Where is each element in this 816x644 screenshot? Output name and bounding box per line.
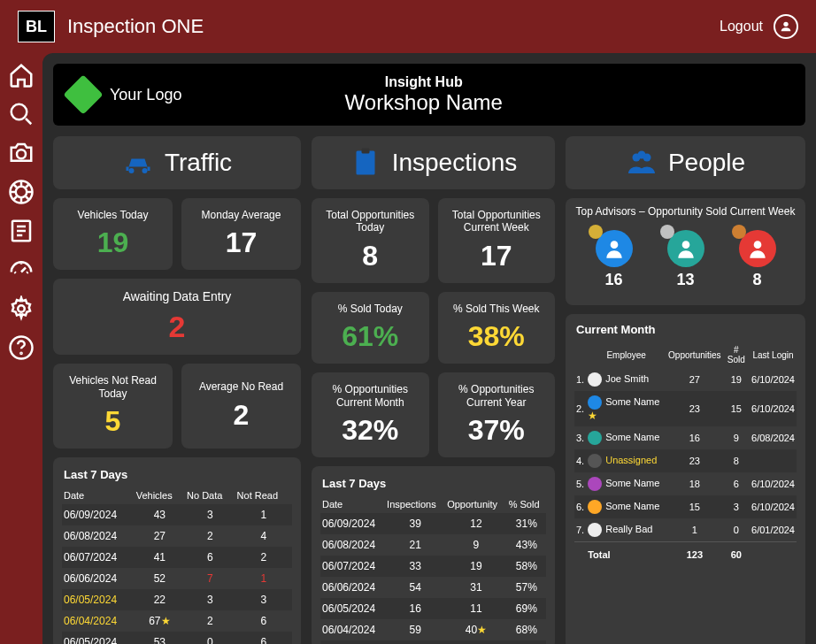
table-row: 6.Some Name1536/10/2024: [574, 495, 797, 518]
opps-today-card: Total Opportunities Today8: [312, 198, 429, 283]
tire-icon[interactable]: [8, 179, 35, 205]
col-header: Date: [320, 495, 385, 513]
table-row: 1.Joe Smith27196/10/2024: [574, 368, 797, 391]
svg-point-9: [128, 168, 134, 173]
col-header: Last Login: [750, 341, 797, 368]
table-row: 06/04/20245940★68%: [320, 619, 546, 640]
avg-no-read-card: Average No Read2: [181, 364, 301, 448]
table-row: 06/05/2024161169%: [320, 598, 546, 619]
people-table: EmployeeOpportunities# SoldLast Login 1.…: [574, 341, 797, 564]
avatar-icon: [588, 372, 602, 387]
col-header: Opportunity: [445, 495, 506, 513]
report-icon[interactable]: [8, 218, 35, 244]
gauge-icon[interactable]: [8, 257, 35, 283]
col-header: Date: [62, 487, 135, 504]
traffic-table: DateVehiclesNo DataNot Read 06/09/202443…: [62, 487, 292, 644]
help-icon[interactable]: [8, 334, 35, 361]
col-header: Employee: [586, 341, 666, 368]
inspections-table: DateInspectionsOpportunity% Sold 06/09/2…: [320, 495, 546, 644]
table-row: 5.Some Name1866/10/2024: [574, 472, 797, 495]
not-read-card: Vehicles Not Read Today5: [53, 364, 173, 448]
user-avatar-icon[interactable]: [774, 14, 798, 39]
car-icon: [122, 147, 154, 179]
sidebar: [0, 53, 42, 644]
topbar: BL Inspection ONE Logout: [0, 0, 816, 53]
col-header: Not Read: [235, 487, 292, 504]
svg-point-8: [20, 353, 21, 354]
col-header: No Data: [185, 487, 235, 504]
table-row: 06/06/2024543157%: [320, 577, 546, 598]
brand-logo: BL: [18, 11, 55, 42]
svg-point-15: [637, 151, 645, 159]
avatar-icon: [588, 500, 602, 514]
svg-point-2: [17, 150, 26, 158]
table-row: 06/08/202421943%: [320, 534, 546, 556]
svg-point-16: [610, 242, 618, 249]
svg-point-17: [681, 242, 689, 249]
opps-week-card: Total Opportunities Current Week17: [438, 198, 556, 283]
table-row: 06/05/20245306: [62, 632, 292, 644]
avatar-icon: [588, 395, 602, 410]
table-row: 06/04/202467★26: [62, 610, 292, 632]
avatar-icon: [588, 431, 602, 445]
app-title: Inspection ONE: [67, 15, 204, 38]
opps-month-card: % Opportunities Current Month32%: [312, 372, 429, 457]
table-row: 06/07/2024331958%: [320, 556, 546, 577]
logo-text: Your Logo: [110, 86, 181, 104]
svg-point-10: [142, 168, 147, 173]
customer-logo-icon: [63, 74, 103, 114]
medal-icon: [589, 225, 603, 239]
svg-point-6: [18, 305, 25, 312]
opps-year-card: % Opportunities Current Year37%: [438, 372, 556, 457]
gear-icon[interactable]: [8, 295, 35, 322]
table-row: 2.Some Name ★23156/10/2024: [574, 391, 797, 426]
logout-link[interactable]: Logout: [720, 19, 763, 34]
camera-icon[interactable]: [8, 140, 35, 166]
hub-title: Insight Hub: [181, 74, 666, 90]
table-row: 06/05/20242233: [62, 589, 292, 610]
col-header: Inspections: [385, 495, 445, 513]
table-row: 06/06/20245271: [62, 568, 292, 589]
table-row: 3.Some Name1696/08/2024: [574, 426, 797, 449]
top-advisors-card: Top Advisors – Opportunity Sold Current …: [566, 198, 805, 305]
people-header: People: [566, 136, 805, 189]
search-icon[interactable]: [8, 101, 35, 127]
traffic-header: Traffic: [53, 136, 301, 189]
advisor-item: 13: [667, 230, 704, 289]
current-month-card: Current Month EmployeeOpportunities# Sol…: [566, 314, 805, 644]
clipboard-icon: [350, 147, 381, 179]
advisor-item: 16: [596, 230, 633, 289]
table-row: 06/09/20244331: [62, 504, 292, 525]
people-icon: [626, 147, 658, 179]
main-content: Your Logo Insight Hub Workshop Name Traf…: [42, 53, 816, 644]
avatar-icon: [588, 523, 602, 537]
table-row: 06/09/2024391231%: [320, 513, 546, 534]
home-icon[interactable]: [8, 62, 35, 88]
table-row: 7.Really Bad106/01/2024: [574, 518, 797, 542]
svg-rect-11: [356, 151, 374, 175]
traffic-last7-card: Last 7 Days DateVehiclesNo DataNot Read …: [53, 457, 301, 644]
sold-week-card: % Sold This Week38%: [438, 292, 556, 364]
svg-rect-12: [361, 149, 369, 154]
col-header: # Sold: [723, 341, 750, 368]
col-header: Vehicles: [135, 487, 185, 504]
banner: Your Logo Insight Hub Workshop Name: [53, 64, 805, 126]
table-row: 06/07/20244162: [62, 547, 292, 568]
monday-avg-card: Monday Average17: [181, 198, 301, 270]
medal-icon: [660, 225, 674, 239]
avatar-icon: [588, 454, 602, 468]
inspections-header: Inspections: [312, 136, 555, 189]
sold-today-card: % Sold Today61%: [312, 292, 429, 364]
col-header: % Sold: [507, 495, 546, 513]
workshop-name: Workshop Name: [181, 90, 666, 115]
table-row: 06/08/20242724: [62, 525, 292, 547]
vehicles-today-card: Vehicles Today19: [53, 198, 173, 270]
table-row: 4.Unassigned238: [574, 449, 797, 472]
advisor-item: 8: [739, 230, 776, 289]
svg-point-4: [16, 187, 27, 198]
table-row: 06/05/2024472349%: [320, 640, 546, 644]
avatar-icon: [588, 477, 602, 491]
svg-point-0: [783, 22, 788, 27]
svg-point-1: [12, 104, 27, 120]
svg-point-18: [753, 242, 761, 249]
